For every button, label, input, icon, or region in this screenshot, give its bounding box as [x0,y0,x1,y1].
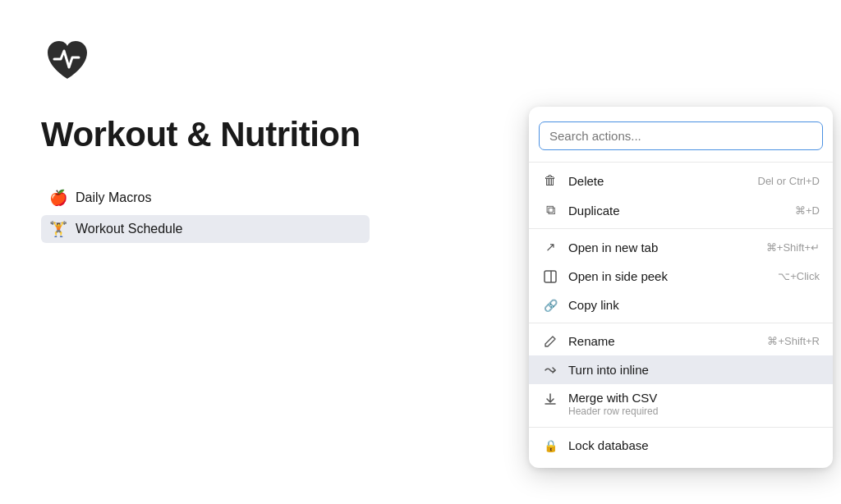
open-side-peek-shortcut: ⌥+Click [778,270,820,282]
menu-item-merge-with-csv[interactable]: Merge with CSV Header row required [529,384,833,424]
svg-rect-0 [545,271,556,282]
divider-4 [529,427,833,428]
nav-item-daily-macros[interactable]: 🍎 Daily Macros [41,184,159,212]
menu-item-turn-into-inline[interactable]: Turn into inline [529,355,833,384]
menu-item-open-side-peek[interactable]: Open in side peek ⌥+Click [529,262,833,291]
open-side-peek-icon [542,270,558,283]
duplicate-label: Duplicate [568,204,785,218]
menu-item-delete[interactable]: 🗑 Delete Del or Ctrl+D [529,166,833,195]
turn-into-inline-icon [542,364,558,377]
rename-label: Rename [568,334,757,348]
open-new-tab-shortcut: ⌘+Shift+↵ [766,241,820,254]
divider-1 [529,162,833,163]
search-box-wrapper [529,115,833,158]
menu-item-open-new-tab[interactable]: ↗ Open in new tab ⌘+Shift+↵ [529,232,833,262]
menu-item-copy-link[interactable]: 🔗 Copy link [529,291,833,319]
menu-item-rename[interactable]: Rename ⌘+Shift+R [529,327,833,355]
delete-label: Delete [568,174,748,188]
duplicate-icon: ⧉ [542,203,558,218]
merge-csv-sublabel: Header row required [568,405,658,417]
menu-item-lock-database[interactable]: 🔒 Lock database [529,431,833,460]
rename-icon [542,335,558,348]
daily-macros-icon: 🍎 [49,189,67,207]
rename-shortcut: ⌘+Shift+R [767,335,820,347]
daily-macros-label: Daily Macros [76,190,151,205]
app-logo [41,33,800,115]
delete-shortcut: Del or Ctrl+D [758,175,820,187]
turn-into-inline-label: Turn into inline [568,363,820,377]
open-new-tab-label: Open in new tab [568,241,756,254]
open-side-peek-label: Open in side peek [568,269,768,283]
merge-csv-content: Merge with CSV Header row required [568,391,658,417]
nav-item-workout-schedule[interactable]: 🏋 Workout Schedule [41,215,370,243]
lock-database-label: Lock database [568,438,820,452]
divider-2 [529,228,833,229]
merge-csv-icon [542,392,558,405]
context-menu: 🗑 Delete Del or Ctrl+D ⧉ Duplicate ⌘+D ↗… [529,107,833,468]
menu-item-duplicate[interactable]: ⧉ Duplicate ⌘+D [529,195,833,225]
open-new-tab-icon: ↗ [542,240,558,254]
copy-link-label: Copy link [568,298,820,312]
merge-csv-label: Merge with CSV [568,391,658,405]
workout-schedule-icon: 🏋 [49,220,67,238]
duplicate-shortcut: ⌘+D [795,204,820,217]
search-input[interactable] [539,121,823,150]
copy-link-icon: 🔗 [542,299,558,312]
workout-schedule-label: Workout Schedule [76,222,182,236]
lock-database-icon: 🔒 [542,439,558,452]
divider-3 [529,323,833,323]
delete-icon: 🗑 [542,173,558,188]
